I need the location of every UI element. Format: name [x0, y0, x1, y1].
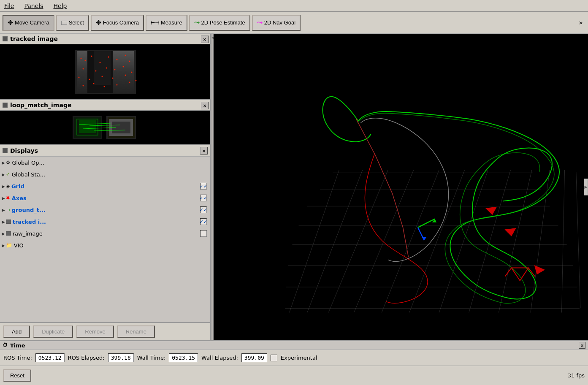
global-sta-label: Global Sta...	[12, 171, 209, 178]
remove-button[interactable]: Remove	[76, 325, 114, 338]
menubar: File Panels Help	[0, 0, 588, 12]
experimental-label: Experimental	[281, 355, 317, 361]
fps-display: 31 fps	[568, 372, 585, 379]
grid-checkbox[interactable]: ✓	[200, 183, 207, 190]
global-sta-icon: ✓	[6, 171, 10, 177]
raw-image-label: raw_image	[13, 230, 200, 237]
grid-arrow: ▶	[2, 184, 5, 189]
displays-panel: Displays × ▶ ⚙ Global Op... ▶ ✓ Global S…	[0, 145, 210, 322]
displays-header-icon	[3, 148, 8, 153]
raw-image-arrow: ▶	[2, 231, 5, 236]
tracked-i-label: tracked i...	[13, 219, 200, 225]
time-header-icon: ⏱	[3, 342, 8, 348]
time-close-button[interactable]: ×	[579, 342, 585, 349]
displays-title: Displays	[10, 147, 38, 154]
menu-file[interactable]: File	[3, 2, 16, 10]
wall-elapsed-label: Wall Elapsed:	[201, 355, 238, 361]
display-item-ground-t[interactable]: ▶ → ground_t... ✓	[0, 204, 210, 216]
ground-t-label: ground_t...	[12, 207, 200, 213]
time-content: ROS Time: 0523.12 ROS Elapsed: 399.18 Wa…	[0, 350, 588, 366]
axes-label: Axes	[12, 195, 200, 201]
move-camera-button[interactable]: ✥ Move Camera	[3, 15, 54, 31]
display-item-raw-image[interactable]: ▶ raw_image	[0, 228, 210, 239]
select-label: Select	[69, 19, 84, 26]
axes-checkbox[interactable]: ✓	[200, 195, 207, 201]
time-header: ⏱ Time ×	[0, 341, 588, 350]
main-layout: tracked image × loop_match_image ×	[0, 34, 588, 340]
axes-arrow: ▶	[2, 196, 5, 201]
viewport-collapse-right-icon: ▶	[585, 185, 588, 189]
time-panel: ⏱ Time × ROS Time: 0523.12 ROS Elapsed: …	[0, 340, 588, 366]
viewport-collapse-right[interactable]: ▶	[584, 179, 588, 195]
measure-label: Measure	[161, 19, 182, 26]
focus-camera-button[interactable]: ✥ Focus Camera	[91, 15, 144, 31]
display-item-global-sta[interactable]: ▶ ✓ Global Sta...	[0, 168, 210, 180]
tracked-i-icon	[6, 220, 11, 224]
measure-icon: ⊢⊣	[151, 20, 159, 26]
tracked-i-checkbox[interactable]: ✓	[200, 218, 207, 225]
ros-elapsed-value: 399.18	[108, 353, 134, 362]
add-button[interactable]: Add	[3, 325, 30, 338]
tracked-image-header-icon	[3, 36, 8, 41]
tracked-image-content	[0, 44, 210, 99]
menu-panels[interactable]: Panels	[22, 2, 45, 10]
display-item-vio[interactable]: ▶ 📁 VIO	[0, 239, 210, 251]
vio-icon: 📁	[6, 242, 12, 248]
loop-match-header: loop_match_image ×	[0, 100, 210, 111]
ground-t-arrow: ▶	[2, 208, 5, 212]
select-button[interactable]: Select	[56, 15, 89, 31]
global-sta-arrow: ▶	[2, 172, 5, 177]
tracked-image-canvas	[70, 48, 140, 96]
experimental-checkbox[interactable]	[271, 355, 277, 361]
display-item-grid[interactable]: ▶ ◈ Grid ✓	[0, 180, 210, 192]
ground-t-checkbox[interactable]: ✓	[200, 206, 207, 213]
move-camera-icon: ✥	[8, 19, 13, 27]
statusbar: Reset 31 fps	[0, 366, 588, 385]
displays-list: ▶ ⚙ Global Op... ▶ ✓ Global Sta... ▶ ◈ G…	[0, 157, 210, 322]
displays-close-button[interactable]: ×	[200, 147, 208, 155]
vio-label: VIO	[14, 242, 209, 249]
vio-arrow: ▶	[2, 243, 5, 248]
raw-image-checkbox[interactable]	[200, 230, 207, 237]
display-item-tracked-i[interactable]: ▶ tracked i... ✓	[0, 216, 210, 228]
display-item-global-op[interactable]: ▶ ⚙ Global Op...	[0, 157, 210, 168]
rename-button[interactable]: Rename	[117, 325, 155, 338]
viewport[interactable]: ▶	[214, 34, 588, 340]
nav-goal-button[interactable]: ⤳ 2D Nav Goal	[252, 15, 301, 31]
nav-goal-label: 2D Nav Goal	[264, 19, 295, 26]
focus-camera-label: Focus Camera	[103, 19, 139, 26]
global-op-icon: ⚙	[6, 160, 11, 165]
tracked-i-arrow: ▶	[2, 220, 5, 224]
loop-match-section: loop_match_image ×	[0, 100, 210, 145]
wall-time-label: Wall Time:	[137, 355, 166, 361]
ros-time-label: ROS Time:	[3, 355, 32, 361]
loop-match-canvas	[70, 114, 140, 141]
measure-button[interactable]: ⊢⊣ Measure	[146, 15, 187, 31]
loop-match-header-icon	[3, 103, 8, 108]
svg-rect-0	[214, 49, 588, 325]
reset-button[interactable]: Reset	[3, 369, 31, 382]
ros-time-value: 0523.12	[35, 353, 65, 362]
move-camera-label: Move Camera	[15, 19, 49, 26]
nav-goal-icon: ⤳	[257, 19, 263, 27]
display-buttons: Add Duplicate Remove Rename	[0, 322, 210, 340]
axes-icon: ✖	[6, 195, 10, 201]
focus-camera-icon: ✥	[96, 19, 101, 27]
tracked-image-header: tracked image ×	[0, 34, 210, 44]
loop-match-close-button[interactable]: ×	[201, 102, 209, 109]
display-item-axes[interactable]: ▶ ✖ Axes ✓	[0, 192, 210, 204]
displays-header: Displays ×	[0, 145, 210, 157]
global-op-label: Global Op...	[12, 160, 209, 166]
pose-estimate-button[interactable]: ⤳ 2D Pose Estimate	[189, 15, 250, 31]
tracked-image-close-button[interactable]: ×	[201, 35, 209, 43]
wall-elapsed-value: 399.09	[241, 353, 267, 362]
raw-image-icon	[6, 231, 11, 236]
tracked-image-title: tracked image	[10, 35, 58, 42]
toolbar-more-button[interactable]: »	[576, 18, 585, 27]
menu-help[interactable]: Help	[52, 2, 69, 10]
loop-match-content	[0, 111, 210, 144]
select-icon	[61, 21, 67, 25]
grid-label: Grid	[11, 183, 200, 190]
duplicate-button[interactable]: Duplicate	[33, 325, 73, 338]
pose-estimate-label: 2D Pose Estimate	[201, 19, 245, 26]
